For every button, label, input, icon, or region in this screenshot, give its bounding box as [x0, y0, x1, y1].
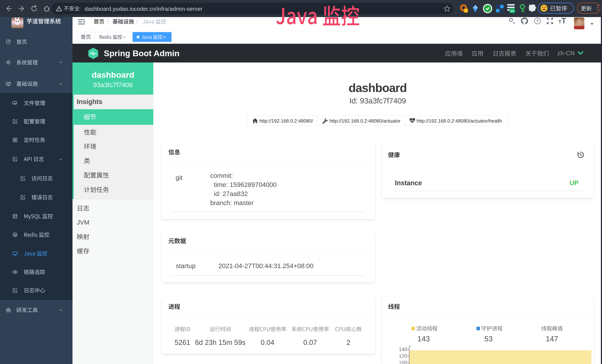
svg-text:on: on	[511, 9, 514, 12]
svg-text:?: ?	[536, 19, 539, 23]
svg-text:1: 1	[465, 9, 467, 12]
